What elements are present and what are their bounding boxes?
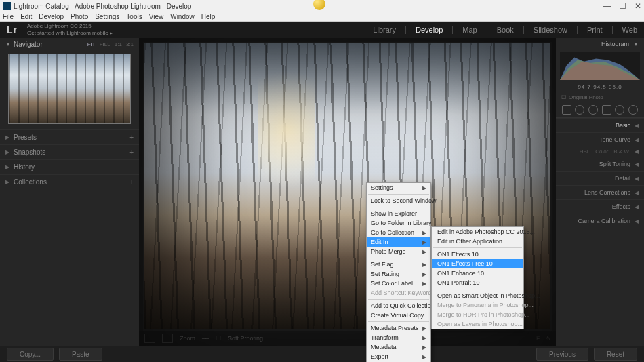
navigator-label: Navigator [14, 41, 43, 48]
edit-in-submenu[interactable]: Edit in Adobe Photoshop CC 2015...Edit i… [431, 226, 524, 329]
section-detail[interactable]: Detail◀ [556, 171, 644, 185]
module-web[interactable]: Web [622, 26, 637, 34]
section-history[interactable]: ▶History [0, 159, 139, 174]
crop-tool-icon[interactable] [562, 105, 571, 115]
submenu-item[interactable]: ON1 Effects Free 10 [432, 259, 523, 268]
navigator-thumbnail[interactable] [8, 54, 131, 124]
module-slideshow[interactable]: Slideshow [534, 26, 567, 34]
section-effects[interactable]: Effects◀ [556, 199, 644, 214]
gradient-tool-icon[interactable] [602, 105, 611, 115]
section-collections[interactable]: ▶Collections+ [0, 174, 139, 189]
ctx-item: Add Shortcut Keyword [367, 288, 430, 298]
warning-icon[interactable]: ⚠ [545, 335, 550, 342]
left-panel: ▼ Navigator FIT FILL 1:1 3:1 ▶Presets+ ▶… [0, 38, 139, 346]
zoom-slider[interactable]: ━━ [202, 335, 209, 342]
brand-text: Adobe Lightroom CC 2015 Get started with… [27, 23, 113, 36]
brush-tool-icon[interactable] [628, 105, 638, 115]
hsl-tabs[interactable]: HSLColorB & W◀ [556, 146, 644, 157]
submenu-item[interactable]: Edit in Other Application... [432, 237, 523, 246]
menu-view[interactable]: View [149, 13, 164, 20]
nav-fit[interactable]: FIT [87, 41, 96, 47]
spot-tool-icon[interactable] [575, 105, 584, 115]
ctx-item[interactable]: Metadata▶ [367, 342, 430, 352]
ctx-item[interactable]: Metadata Presets▶ [367, 323, 430, 333]
ctx-item[interactable]: Create Virtual Copy [367, 310, 430, 320]
ctx-item[interactable]: Set Color Label▶ [367, 279, 430, 288]
develop-tools [556, 102, 644, 118]
section-lenscorrections[interactable]: Lens Corrections◀ [556, 185, 644, 199]
histogram-header[interactable]: Histogram▼ [556, 38, 644, 50]
ctx-item[interactable]: Edit In▶ [367, 237, 430, 247]
footer-bar: Copy... Paste Previous Reset [0, 346, 644, 362]
submenu-item[interactable]: ON1 Portrait 10 [432, 278, 523, 287]
nav-fill[interactable]: FILL [100, 41, 110, 47]
copy-button[interactable]: Copy... [7, 348, 54, 361]
section-tonecurve[interactable]: Tone Curve◀ [556, 132, 644, 146]
module-map[interactable]: Map [462, 26, 477, 34]
loupe-view-icon[interactable] [144, 334, 155, 343]
module-develop[interactable]: Develop [416, 26, 443, 34]
ctx-item[interactable]: Add to Quick Collection [367, 301, 430, 310]
menu-tools[interactable]: Tools [126, 13, 142, 20]
submenu-item: Open as Layers in Photoshop... [432, 319, 523, 329]
submenu-item[interactable]: Edit in Adobe Photoshop CC 2015... [432, 227, 523, 237]
reset-button[interactable]: Reset [594, 348, 637, 361]
context-menu[interactable]: Settings▶Lock to Second WindowShow in Ex… [366, 182, 431, 362]
brand-line1: Adobe Lightroom CC 2015 [27, 23, 113, 30]
minimize-button[interactable]: — [603, 1, 611, 11]
ctx-item[interactable]: Settings▶ [367, 183, 430, 193]
section-snapshots[interactable]: ▶Snapshots+ [0, 144, 139, 159]
submenu-item[interactable]: ON1 Enhance 10 [432, 268, 523, 278]
app-icon [3, 2, 11, 10]
module-print[interactable]: Print [587, 26, 603, 34]
histogram-graph[interactable] [560, 52, 640, 80]
right-panel: Histogram▼ 94.7 94.5 95.0 ☐Original Phot… [556, 38, 644, 346]
histogram-values: 94.7 94.5 95.0 [556, 83, 644, 93]
submenu-item: Merge to Panorama in Photoshop... [432, 300, 523, 310]
before-after-icon[interactable] [162, 334, 173, 343]
section-cameracalibration[interactable]: Camera Calibration◀ [556, 214, 644, 228]
submenu-item: Merge to HDR Pro in Photoshop... [432, 310, 523, 319]
menu-develop[interactable]: Develop [39, 13, 64, 20]
menu-edit[interactable]: Edit [20, 13, 32, 20]
navigator-header[interactable]: ▼ Navigator FIT FILL 1:1 3:1 [0, 38, 139, 51]
ctx-item[interactable]: Go to Folder in Library [367, 218, 430, 228]
ctx-item[interactable]: Lock to Second Window [367, 196, 430, 205]
menu-window[interactable]: Window [170, 13, 195, 20]
menu-file[interactable]: File [3, 13, 14, 20]
original-photo-toggle[interactable]: ☐Original Photo [556, 93, 644, 102]
nav-3to1[interactable]: 3:1 [126, 41, 134, 47]
module-book[interactable]: Book [497, 26, 514, 34]
maximize-button[interactable]: ☐ [619, 1, 626, 11]
ctx-item[interactable]: Set Flag▶ [367, 260, 430, 269]
menu-photo[interactable]: Photo [71, 13, 88, 20]
menu-settings[interactable]: Settings [95, 13, 119, 20]
window-title: Lightroom Catalog - Adobe Photoshop Ligh… [14, 3, 191, 10]
previous-button[interactable]: Previous [536, 348, 588, 361]
section-presets[interactable]: ▶Presets+ [0, 129, 139, 144]
close-button[interactable]: ✕ [635, 1, 641, 11]
menu-help[interactable]: Help [201, 13, 216, 20]
soft-proofing-label[interactable]: Soft Proofing [228, 335, 263, 342]
ctx-item[interactable]: Transform▶ [367, 333, 430, 342]
module-library[interactable]: Library [373, 26, 396, 34]
flag-icon[interactable]: ⚐ [536, 335, 541, 342]
module-picker-bar: Lr Adobe Lightroom CC 2015 Get started w… [0, 22, 644, 38]
section-basic[interactable]: Basic◀ [556, 118, 644, 132]
nav-1to1[interactable]: 1:1 [115, 41, 122, 47]
paste-button[interactable]: Paste [59, 348, 102, 361]
submenu-item[interactable]: ON1 Effects 10 [432, 249, 523, 259]
lightroom-logo: Lr [7, 24, 18, 35]
ctx-item[interactable]: Export▶ [367, 352, 430, 361]
ctx-item[interactable]: Go to Collection▶ [367, 228, 430, 237]
ctx-item[interactable]: Photo Merge▶ [367, 247, 430, 256]
ctx-item[interactable]: Show in Explorer [367, 209, 430, 218]
section-splittoning[interactable]: Split Toning◀ [556, 157, 644, 171]
radial-tool-icon[interactable] [615, 105, 624, 115]
redeye-tool-icon[interactable] [588, 105, 598, 115]
zoom-label: Zoom [180, 335, 195, 342]
menubar: File Edit Develop Photo Settings Tools V… [0, 12, 644, 22]
submenu-item[interactable]: Open as Smart Object in Photoshop... [432, 291, 523, 300]
ctx-item[interactable]: Set Rating▶ [367, 269, 430, 279]
brand-line2[interactable]: Get started with Lightroom mobile ▸ [27, 30, 113, 37]
